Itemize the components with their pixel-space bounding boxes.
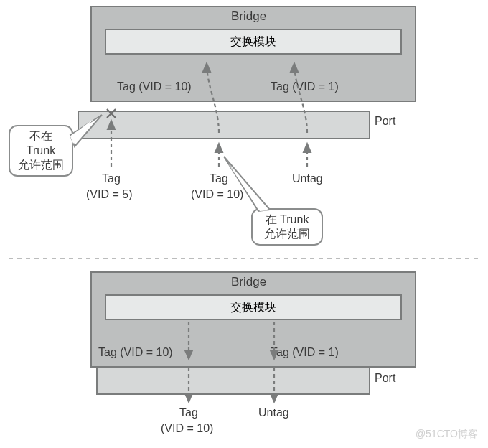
diagram-canvas: Bridge 交换模块 Tag (VID = 10) Tag (VID = 1)… [0, 0, 488, 448]
bottom-flow-left-label: Tag [179, 406, 198, 419]
bottom-arrows-svg [0, 0, 488, 448]
watermark: @51CTO博客 [416, 428, 478, 441]
bottom-flow-left-sub: (VID = 10) [161, 422, 213, 435]
bottom-flow-right-label: Untag [258, 406, 289, 419]
